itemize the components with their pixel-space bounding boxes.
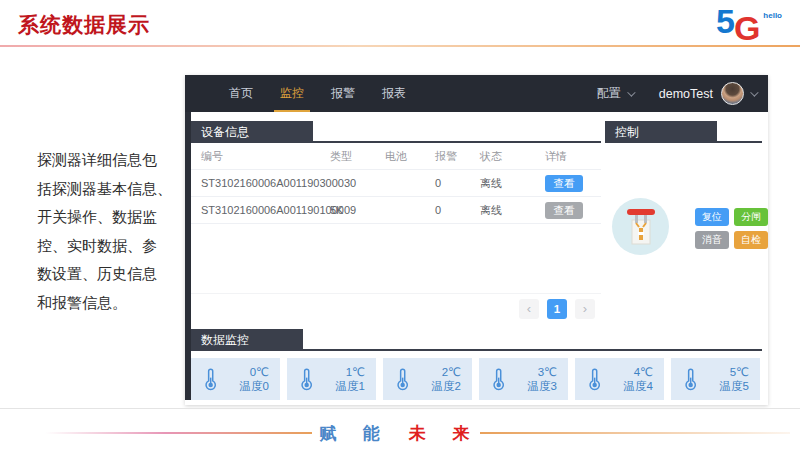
cell-device-id: ST3102160006A001190300030: [201, 177, 330, 189]
temp-value: 1℃: [336, 365, 365, 379]
temperature-card-3: 3℃温度3: [479, 358, 568, 400]
footer-slogan-red: 未 来: [409, 424, 481, 443]
config-dropdown[interactable]: 配置: [597, 85, 633, 102]
thermometer-icon: [588, 368, 601, 391]
navbar-right: 配置 demoTest: [597, 82, 768, 105]
pagination-page-1[interactable]: 1: [547, 299, 567, 319]
table-row: ST3102160006A001190300030 0 离线 查看: [191, 170, 601, 197]
temperature-card-5: 5℃温度5: [671, 358, 760, 400]
footer-slogan: 赋 能 未 来: [0, 422, 800, 445]
pagination-prev-button[interactable]: ‹: [519, 299, 539, 319]
page-title: 系统数据展示: [18, 11, 150, 39]
description-text: 探测器详细信息包 括探测器基本信息、 开关操作、数据监 控、实时数据、参 数设置…: [37, 146, 189, 317]
temp-value: 5℃: [720, 365, 749, 379]
nav-item-report[interactable]: 报表: [382, 75, 406, 112]
open-switch-button[interactable]: 分闸: [734, 208, 768, 226]
view-button[interactable]: 查看: [545, 202, 583, 219]
top-navbar: 首页 监控 报警 报表 配置 demoTest: [185, 75, 768, 112]
temperature-card-4: 4℃温度4: [575, 358, 664, 400]
device-table-header: 编号 类型 电池 报警 状态 详情: [191, 143, 601, 170]
chevron-down-icon: [750, 88, 758, 96]
mute-button[interactable]: 消音: [695, 231, 729, 249]
data-monitor-tab-row: 数据监控: [191, 329, 762, 351]
description-line: 和报警信息。: [37, 289, 189, 318]
reset-button[interactable]: 复位: [695, 208, 729, 226]
valve-icon: [623, 206, 659, 248]
view-button[interactable]: 查看: [545, 175, 583, 192]
thermometer-icon: [204, 368, 217, 391]
temperature-card-1: 1℃温度1: [287, 358, 376, 400]
description-line: 括探测器基本信息、: [37, 175, 189, 204]
cell-type: 5K: [330, 204, 385, 216]
logo-hello-text: hello: [763, 11, 782, 20]
slide-bottom-divider: [0, 408, 800, 409]
temp-value: 0℃: [240, 365, 269, 379]
logo-5-glyph: 5: [716, 2, 735, 41]
temp-label: 温度3: [528, 379, 557, 393]
cell-device-id: ST3102160006A001190100009: [201, 204, 330, 216]
description-line: 控、实时数据、参: [37, 232, 189, 261]
nav-item-alarm[interactable]: 报警: [331, 75, 355, 112]
temperature-cards: 0℃温度0 1℃温度1 2℃温度2 3℃温度3 4℃温度4 5℃温度5: [191, 358, 762, 400]
cell-status: 离线: [480, 176, 545, 191]
valve-device-icon: [612, 198, 669, 255]
temp-label: 温度5: [720, 379, 749, 393]
cell-alarm: 0: [435, 204, 480, 216]
logo-g-glyph: G: [734, 9, 760, 48]
header-divider: [0, 45, 800, 47]
control-tab: 控制: [605, 121, 717, 143]
col-status: 状态: [480, 149, 545, 164]
description-line: 探测器详细信息包: [37, 146, 189, 175]
device-info-tab-row: 设备信息: [191, 121, 601, 143]
control-tab-row: 控制: [605, 121, 762, 143]
col-alarm: 报警: [435, 149, 480, 164]
footer-slogan-blue: 赋 能: [319, 424, 391, 443]
device-info-panel: 设备信息 编号 类型 电池 报警 状态 详情 ST3102160006A0011…: [191, 121, 601, 323]
control-buttons: 复位 分闸 消音 自检: [695, 208, 768, 249]
slide-footer: 赋 能 未 来: [0, 421, 800, 447]
description-line: 数设置、历史信息: [37, 260, 189, 289]
temperature-card-0: 0℃温度0: [191, 358, 280, 400]
self-test-button[interactable]: 自检: [734, 231, 768, 249]
cell-action: 查看: [545, 202, 601, 219]
avatar: [721, 82, 744, 105]
app-screenshot: 首页 监控 报警 报表 配置 demoTest 设备信息 编号 类型 电池 报警…: [185, 75, 768, 405]
temp-label: 温度4: [624, 379, 653, 393]
temp-label: 温度2: [432, 379, 461, 393]
table-row: ST3102160006A001190100009 5K 0 离线 查看: [191, 197, 601, 224]
cell-action: 查看: [545, 175, 601, 192]
user-dropdown[interactable]: demoTest: [659, 82, 756, 105]
temp-value: 2℃: [432, 365, 461, 379]
col-battery: 电池: [385, 149, 435, 164]
description-line: 开关操作、数据监: [37, 203, 189, 232]
user-name: demoTest: [659, 87, 713, 101]
temp-label: 温度1: [336, 379, 365, 393]
temp-value: 4℃: [624, 365, 653, 379]
thermometer-icon: [492, 368, 505, 391]
temp-value: 3℃: [528, 365, 557, 379]
data-monitor-tab: 数据监控: [191, 329, 303, 351]
pagination: ‹ 1 ›: [191, 293, 601, 323]
col-detail: 详情: [545, 149, 601, 164]
temp-label: 温度0: [240, 379, 269, 393]
nav-item-monitor[interactable]: 监控: [280, 75, 304, 112]
cell-alarm: 0: [435, 177, 480, 189]
chevron-down-icon: [627, 88, 635, 96]
col-id: 编号: [201, 149, 330, 164]
thermometer-icon: [396, 368, 409, 391]
data-monitor-panel: 数据监控 0℃温度0 1℃温度1 2℃温度2 3℃温度3 4℃温度4: [191, 329, 762, 399]
device-info-tab: 设备信息: [191, 121, 313, 143]
5g-hello-logo: 5 G hello: [712, 2, 784, 48]
config-label: 配置: [597, 85, 621, 102]
control-panel: 控制 复位 分闸 消音 自检: [605, 121, 762, 323]
cell-status: 离线: [480, 203, 545, 218]
thermometer-icon: [684, 368, 697, 391]
thermometer-icon: [300, 368, 313, 391]
pagination-next-button[interactable]: ›: [575, 299, 595, 319]
temperature-card-2: 2℃温度2: [383, 358, 472, 400]
col-type: 类型: [330, 149, 385, 164]
nav-item-home[interactable]: 首页: [229, 75, 253, 112]
